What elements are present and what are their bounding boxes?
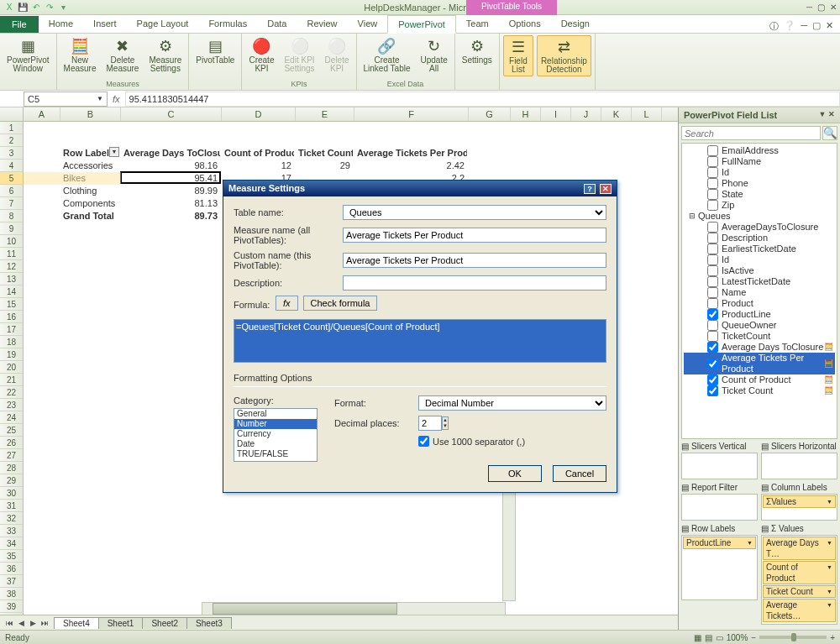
cell[interactable]: Accessories [60, 160, 119, 172]
view-layout-icon[interactable]: ▤ [705, 633, 712, 642]
powerpivot-window[interactable]: ▦PowerPivot Window [3, 35, 53, 75]
mdi-close-icon[interactable]: ✕ [826, 20, 833, 33]
col-header-K[interactable]: K [601, 107, 632, 121]
restore-icon[interactable]: ▢ [817, 3, 825, 12]
field-checkbox[interactable] [707, 156, 718, 167]
field-item[interactable]: ProductLine [684, 309, 835, 320]
field-item[interactable]: Phone [684, 178, 835, 189]
field-item[interactable]: LatestTicketDate [684, 276, 835, 287]
field-item[interactable]: Id [684, 254, 835, 265]
view-break-icon[interactable]: ▭ [716, 633, 723, 642]
fx-icon[interactable]: fx [108, 94, 125, 104]
category-option[interactable]: TRUE/FALSE [234, 449, 317, 459]
tab-formulas[interactable]: Formulas [198, 15, 257, 33]
cell[interactable]: 89.99 [121, 185, 220, 197]
measure-settings[interactable]: ⚙Measure Settings [145, 35, 185, 75]
thousand-sep-checkbox[interactable] [418, 436, 429, 447]
custom-name-input[interactable] [343, 253, 606, 268]
field-item[interactable]: IsActive [684, 265, 835, 276]
tab-powerpivot[interactable]: PowerPivot [387, 15, 456, 34]
cell[interactable]: 98.16 [121, 160, 220, 172]
field-checkbox[interactable] [707, 359, 718, 369]
field-checkbox[interactable] [707, 265, 718, 276]
row-header-26[interactable]: 26 [0, 437, 24, 449]
select-all-corner[interactable] [0, 107, 24, 121]
cell[interactable]: 89.73 [121, 210, 220, 223]
zone-item[interactable]: ProductLine▼ [683, 537, 756, 549]
field-checkbox[interactable] [707, 331, 718, 342]
zone-slicersvertical[interactable] [681, 453, 758, 479]
col-header-A[interactable]: A [24, 107, 60, 121]
category-option[interactable]: General [234, 409, 317, 419]
row-header-3[interactable]: 3 [0, 147, 24, 160]
tab-team[interactable]: Team [456, 15, 499, 33]
mdi-min-icon[interactable]: ─ [801, 20, 807, 33]
field-checkbox[interactable] [707, 189, 718, 200]
col-header-E[interactable]: E [296, 107, 354, 121]
field-checkbox[interactable] [707, 298, 718, 309]
row-header-39[interactable]: 39 [0, 600, 24, 613]
cell[interactable]: Count of Product [222, 147, 294, 160]
row-header-28[interactable]: 28 [0, 462, 24, 474]
search-icon[interactable]: 🔍 [822, 126, 837, 140]
view-normal-icon[interactable]: ▦ [694, 633, 701, 642]
field-list-close-icon[interactable]: ▼ ✕ [819, 110, 835, 120]
row-header-9[interactable]: 9 [0, 223, 24, 235]
row-header-10[interactable]: 10 [0, 235, 24, 248]
field-checkbox[interactable] [707, 178, 718, 189]
field-checkbox[interactable] [707, 200, 718, 211]
row-header-13[interactable]: 13 [0, 273, 24, 285]
zone-values[interactable]: Average Days T…▼Count of Product▼Ticket … [761, 535, 837, 625]
row-header-11[interactable]: 11 [0, 248, 24, 260]
col-header-H[interactable]: H [511, 107, 541, 121]
tab-view[interactable]: View [348, 15, 388, 33]
chevron-down-icon[interactable]: ▼ [97, 95, 103, 102]
field-checkbox[interactable] [707, 243, 718, 254]
row-header-14[interactable]: 14 [0, 285, 24, 298]
formula-textarea[interactable]: =Queues[Ticket Count]/Queues[Count of Pr… [234, 319, 606, 363]
field-search-input[interactable] [681, 126, 821, 140]
file-tab[interactable]: File [0, 16, 39, 33]
col-header-F[interactable]: F [354, 107, 469, 121]
format-select[interactable]: Decimal Number [418, 395, 606, 411]
field-checkbox[interactable] [707, 320, 718, 331]
dialog-help-icon[interactable]: ? [584, 184, 596, 194]
row-header-6[interactable]: 6 [0, 185, 24, 197]
zone-item[interactable]: ΣValues▼ [763, 495, 836, 508]
row-header-36[interactable]: 36 [0, 563, 24, 575]
minimize-icon[interactable]: ─ [806, 3, 812, 12]
field-checkbox[interactable] [707, 222, 718, 233]
row-header-20[interactable]: 20 [0, 361, 24, 374]
field-item[interactable]: AverageDaysToClosure [684, 222, 835, 233]
row-header-21[interactable]: 21 [0, 374, 24, 386]
delete-measure[interactable]: ✖Delete Measure [102, 35, 142, 75]
sheet-tab-sheet4[interactable]: Sheet4 [54, 617, 99, 629]
tab-review[interactable]: Review [297, 15, 347, 33]
zone-item[interactable]: Ticket Count▼ [763, 585, 836, 598]
row-header-12[interactable]: 12 [0, 260, 24, 273]
tab-data[interactable]: Data [257, 15, 297, 33]
col-header-B[interactable]: B [60, 107, 121, 121]
row-header-5[interactable]: 5 [0, 172, 24, 185]
app-icon[interactable]: X [3, 2, 15, 13]
field-item[interactable]: Id [684, 167, 835, 178]
field-checkbox[interactable] [707, 167, 718, 178]
cell[interactable]: 95.41 [121, 172, 220, 185]
row-header-25[interactable]: 25 [0, 424, 24, 437]
row-header-2[interactable]: 2 [0, 134, 24, 147]
redo-icon[interactable]: ↷ [44, 2, 55, 13]
cell[interactable]: Clothing [60, 185, 119, 197]
row-labels-filter-icon[interactable]: ▼ [109, 147, 119, 157]
col-header-C[interactable]: C [121, 107, 222, 121]
zone-columnlabels[interactable]: ΣValues▼ [761, 494, 837, 521]
row-header-8[interactable]: 8 [0, 210, 24, 223]
new-measure[interactable]: 🧮New Measure [60, 35, 100, 75]
category-option[interactable]: Date [234, 439, 317, 449]
field-checkbox[interactable] [707, 309, 718, 320]
cell[interactable]: 29 [296, 160, 353, 172]
create-kpi[interactable]: 🔴Create KPI [245, 35, 277, 75]
mdi-restore-icon[interactable]: ▢ [812, 20, 821, 33]
ribbon-min-icon[interactable]: ⓘ [769, 20, 779, 33]
category-list[interactable]: GeneralNumberCurrencyDateTRUE/FALSE [234, 408, 318, 462]
field-checkbox[interactable] [707, 342, 718, 353]
